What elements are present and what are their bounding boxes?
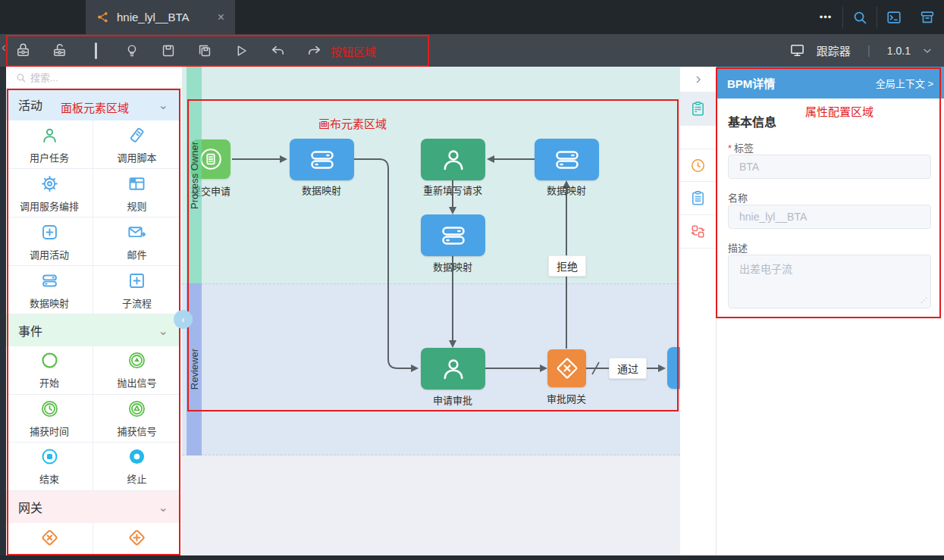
- lane-strip-process-owner[interactable]: Process Owner: [187, 67, 202, 283]
- right-icon-rail: [680, 67, 717, 560]
- palette-search: [6, 67, 182, 89]
- bpm-canvas[interactable]: 提交申请 数据映射 重新填写请求 数据映射 数据映射 申请审批: [182, 67, 680, 560]
- hint-button[interactable]: [123, 42, 141, 60]
- editor-tab[interactable]: hnie_lyl__BTA ×: [86, 0, 235, 34]
- section-header-events[interactable]: 事件 ⌄: [6, 314, 180, 346]
- global-context-link[interactable]: 全局上下文 >: [876, 76, 933, 90]
- call-activity-icon: [39, 222, 60, 242]
- version-label[interactable]: 1.0.1: [887, 45, 911, 57]
- palette-item-subprocess[interactable]: 子流程: [93, 266, 180, 314]
- exclusive-gateway-icon: [39, 527, 60, 548]
- monitor-icon[interactable]: [789, 42, 806, 59]
- rail-tab-form-detail[interactable]: [680, 92, 716, 126]
- subprocess-icon: [127, 271, 147, 291]
- name-input[interactable]: [728, 205, 931, 229]
- property-panel-header: BPM详情 全局上下文 >: [717, 67, 944, 99]
- search-icon: [15, 72, 27, 83]
- palette-item-catch-signal[interactable]: 捕获信号: [93, 395, 180, 443]
- edge-label-pass[interactable]: 通过: [609, 358, 647, 379]
- required-asterisk: *: [728, 142, 732, 154]
- lane-title: Process Owner: [189, 142, 200, 209]
- chevron-down-icon: ⌄: [158, 500, 168, 515]
- topbar-actions: •••: [809, 0, 944, 34]
- palette-item-terminate[interactable]: 终止: [93, 443, 180, 491]
- document-icon: [689, 189, 707, 207]
- parallel-gateway-icon: [127, 527, 147, 548]
- play-icon: [233, 42, 249, 59]
- undo-button[interactable]: [268, 42, 287, 60]
- user-node-icon: [440, 146, 467, 174]
- palette-item-data-mapping[interactable]: 数据映射: [6, 266, 93, 314]
- description-textarea[interactable]: 出差电子流: [728, 255, 931, 308]
- node-apply-approval[interactable]: [421, 348, 485, 389]
- data-mapping-node-icon: [440, 222, 467, 249]
- chevron-down-icon: ⌄: [158, 98, 168, 112]
- search-icon: [851, 9, 868, 26]
- basic-info-title: 基本信息: [728, 112, 776, 130]
- palette-item-rule[interactable]: 规则: [93, 169, 180, 217]
- catch-time-icon: [39, 399, 60, 419]
- palette-item-start[interactable]: 开始: [6, 346, 93, 395]
- palette-item-parallel-gateway[interactable]: 并行网关: [93, 523, 180, 560]
- toolbar-buttons: [14, 34, 323, 67]
- catch-signal-icon: [127, 399, 147, 419]
- user-task-icon: [39, 125, 60, 145]
- node-approval-gateway[interactable]: [547, 349, 586, 387]
- redo-button[interactable]: [305, 42, 323, 60]
- rail-tab-mapping[interactable]: [680, 215, 716, 249]
- node-data-mapping-2[interactable]: [535, 139, 599, 180]
- edge-label-reject[interactable]: 拒绝: [548, 255, 586, 277]
- toolbar-divider: |: [861, 44, 877, 58]
- section-header-activities[interactable]: 活动 ⌄: [6, 89, 180, 120]
- end-event-icon: [39, 446, 60, 467]
- more-options-button[interactable]: •••: [809, 0, 842, 34]
- palette-item-call-activity[interactable]: 调用活动: [6, 217, 93, 266]
- run-button[interactable]: [232, 42, 250, 60]
- rail-tab-document[interactable]: [680, 182, 716, 215]
- search-input[interactable]: [6, 67, 182, 88]
- lane-strip-reviewer[interactable]: Reviewer: [187, 283, 202, 455]
- tag-input[interactable]: [728, 155, 931, 179]
- chevron-down-icon[interactable]: [921, 45, 933, 57]
- collapse-panel-left-icon[interactable]: ‹: [0, 39, 8, 55]
- textarea-resize-handle[interactable]: ⋰: [920, 296, 927, 304]
- node-label: 审批网关: [513, 391, 619, 405]
- panel-title: BPM详情: [727, 75, 775, 91]
- palette-item-throw-signal[interactable]: 抛出信号: [93, 346, 180, 395]
- unlock-button[interactable]: [50, 42, 68, 60]
- more-options-icon: •••: [820, 11, 833, 23]
- search-button[interactable]: [843, 0, 877, 34]
- palette-item-exclusive-gateway[interactable]: 排他网关: [6, 523, 93, 560]
- lock-button[interactable]: [14, 42, 32, 60]
- palette-sidebar: 活动 ⌄ 用户任务 调用脚本 调用服务编排: [6, 67, 182, 560]
- property-panel: BPM详情 全局上下文 > 基本信息 *标签 名称 描述 出差电子流 ⋰: [717, 67, 944, 560]
- node-clipped[interactable]: [667, 347, 680, 389]
- lock-icon: [14, 42, 32, 59]
- palette-item-catch-time[interactable]: 捕获时间: [6, 395, 93, 443]
- palette-item-mail[interactable]: 邮件: [93, 217, 180, 266]
- tracker-label[interactable]: 跟踪器: [817, 42, 851, 58]
- node-label: 申请审批: [400, 393, 506, 407]
- data-mapping-node-icon: [309, 146, 336, 174]
- palette-item-user-task[interactable]: 用户任务: [6, 120, 93, 169]
- palette-item-service-orchestration[interactable]: 调用服务编排: [6, 169, 93, 217]
- section-header-gateways[interactable]: 网关 ⌄: [6, 491, 180, 523]
- save-all-button[interactable]: [196, 42, 214, 60]
- save-button[interactable]: [159, 42, 177, 60]
- rule-icon: [127, 174, 147, 194]
- undo-icon: [269, 42, 287, 59]
- terminal-button[interactable]: [877, 0, 911, 34]
- data-mapping-node-icon: [554, 146, 581, 174]
- node-refill-request[interactable]: [421, 139, 485, 180]
- tab-close-icon[interactable]: ×: [218, 11, 224, 24]
- collapse-right-button[interactable]: [680, 67, 716, 92]
- node-data-mapping-3[interactable]: [421, 214, 485, 256]
- field-label-description: 描述: [728, 240, 748, 255]
- node-data-mapping-1[interactable]: [290, 139, 354, 180]
- sidebar-collapse-handle[interactable]: ‹: [174, 310, 193, 329]
- archive-button[interactable]: [911, 0, 944, 34]
- palette-item-call-script[interactable]: 调用脚本: [93, 120, 180, 169]
- user-node-icon: [440, 355, 467, 383]
- bulb-icon: [124, 42, 140, 59]
- palette-item-end[interactable]: 结束: [6, 443, 93, 491]
